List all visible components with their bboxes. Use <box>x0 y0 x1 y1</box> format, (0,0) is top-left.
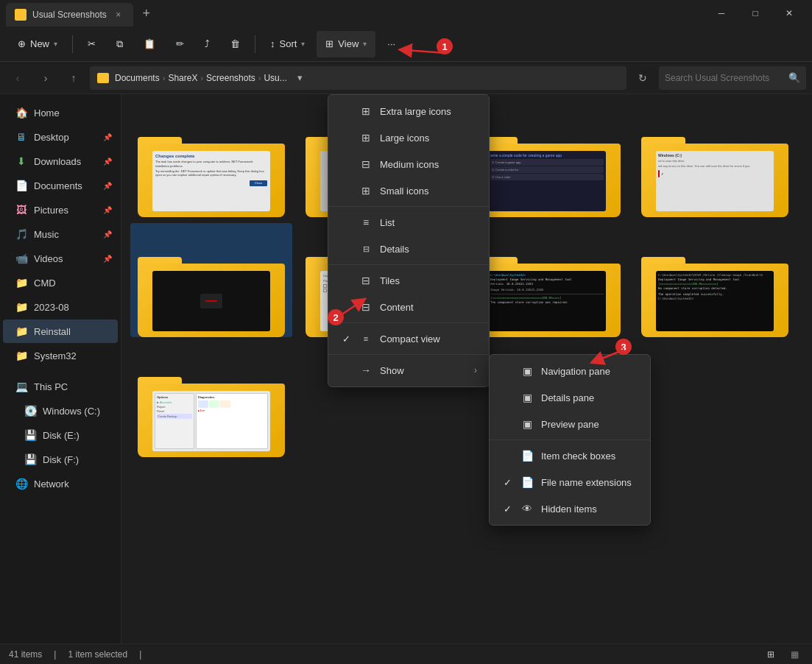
submenu-item-preview-pane[interactable]: ▣ Preview pane <box>490 411 650 437</box>
paste-button[interactable]: 📋 <box>135 31 164 57</box>
sidebar-item-2023-08[interactable]: 📁 2023-08 <box>3 295 118 319</box>
menu-label-details: Details <box>380 244 409 255</box>
sidebar-item-system32[interactable]: 📁 System32 <box>3 344 118 367</box>
folder-item-5[interactable] <box>130 223 292 337</box>
sidebar-label-windows-c: Windows (C:) <box>43 406 100 417</box>
show-submenu-arrow: › <box>474 365 477 375</box>
folder-item-4[interactable]: Windows (C:) ed to scan this drive ind a… <box>634 103 796 217</box>
breadcrumb-documents[interactable]: Documents <box>115 73 160 83</box>
navigation-pane-icon: ▣ <box>520 364 534 378</box>
sidebar-label-system32: System32 <box>34 350 77 361</box>
sidebar-item-videos[interactable]: 📹 Videos 📌 <box>3 247 118 270</box>
delete-button[interactable]: 🗑 <box>222 31 249 57</box>
folder-item-7[interactable]: C:\Windows\System32> Deployment Image Se… <box>466 223 628 337</box>
status-grid-view-button[interactable]: ⊞ <box>762 646 780 663</box>
more-button[interactable]: ··· <box>378 31 404 57</box>
menu-item-extra-large-icons[interactable]: ⊞ Extra large icons <box>328 98 489 124</box>
new-tab-button[interactable]: + <box>136 3 157 24</box>
sidebar-label-2023: 2023-08 <box>34 302 69 313</box>
breadcrumb-dropdown[interactable]: ▾ <box>290 66 311 90</box>
submenu-item-file-name-extensions[interactable]: ✓ 📄 File name extensions <box>490 469 650 495</box>
submenu-label-navigation-pane: Navigation pane <box>541 366 610 377</box>
submenu-item-details-pane[interactable]: ▣ Details pane <box>490 384 650 411</box>
sidebar-item-downloads[interactable]: ⬇ Downloads 📌 <box>3 149 118 173</box>
submenu-separator-1 <box>490 439 650 440</box>
badge-2: 2 <box>328 309 344 325</box>
sidebar-item-windows-c[interactable]: 💽 Windows (C:) <box>3 399 118 423</box>
music-icon: 🎵 <box>15 228 28 240</box>
addressbar: ‹ › ↑ Documents › ShareX › Screenshots ›… <box>0 62 812 94</box>
cut-button[interactable]: ✂ <box>79 31 105 57</box>
breadcrumb-usual[interactable]: Usu... <box>264 73 286 83</box>
refresh-button[interactable]: ↻ <box>631 66 654 90</box>
sidebar-item-thispc[interactable]: 💻 This PC <box>3 375 118 398</box>
sidebar-item-documents[interactable]: 📄 Documents 📌 <box>3 174 118 197</box>
sidebar-item-reinstall[interactable]: 📁 Reinstall <box>3 319 118 343</box>
sort-button[interactable]: ↕ Sort ▾ <box>261 31 314 57</box>
sidebar-label-pictures: Pictures <box>34 205 68 216</box>
titlebar: Usual Screenshots × + ─ □ ✕ <box>0 0 812 27</box>
sidebar-item-network[interactable]: 🌐 Network <box>3 472 118 495</box>
sidebar-item-cmd[interactable]: 📁 CMD <box>3 271 118 294</box>
new-button[interactable]: ⊕ New ▾ <box>9 31 66 57</box>
menu-item-small-icons[interactable]: ⊞ Small icons <box>328 177 489 204</box>
toolbar-separator-1 <box>72 35 73 53</box>
toolbar-separator-2 <box>255 35 255 53</box>
network-icon: 🌐 <box>15 478 28 490</box>
file-name-ext-icon: 📄 <box>520 476 534 489</box>
submenu-item-navigation-pane[interactable]: ▣ Navigation pane <box>490 358 650 384</box>
search-input[interactable] <box>665 73 784 83</box>
folder-item-9[interactable]: Options ▶ Accounts Repair Reset Create B… <box>130 343 292 457</box>
menu-label-small-icons: Small icons <box>380 186 428 197</box>
sidebar-item-home[interactable]: 🏠 Home <box>3 101 118 124</box>
sidebar-item-disk-f[interactable]: 💾 Disk (F:) <box>3 448 118 471</box>
menu-item-show[interactable]: → Show › ▣ Navigation pane ▣ Details pan… <box>328 357 489 384</box>
minimize-button[interactable]: ─ <box>705 1 738 25</box>
new-icon: ⊕ <box>18 38 26 49</box>
menu-item-content[interactable]: ⊟ Content <box>328 294 489 320</box>
menu-label-list: List <box>380 217 395 228</box>
sidebar-item-pictures[interactable]: 🖼 Pictures 📌 <box>3 198 118 222</box>
close-button[interactable]: ✕ <box>772 1 806 25</box>
folder-item-1[interactable]: Changes complete The task has made chang… <box>130 103 292 217</box>
menu-item-compact-view[interactable]: ✓ ≡ Compact view <box>328 325 489 352</box>
sidebar-label-documents: Documents <box>34 180 82 191</box>
view-dropdown-menu: ⊞ Extra large icons ⊞ Large icons ⊟ Medi… <box>328 94 490 387</box>
new-label: New <box>30 38 49 49</box>
share-button[interactable]: ⤴ <box>196 31 219 57</box>
up-button[interactable]: ↑ <box>62 66 85 90</box>
sidebar-item-desktop[interactable]: 🖥 Desktop 📌 <box>3 125 118 149</box>
forward-button[interactable]: › <box>34 66 57 90</box>
breadcrumb-sharex[interactable]: ShareX <box>168 73 197 83</box>
menu-item-list[interactable]: ≡ List <box>328 209 489 236</box>
extra-large-icons-icon: ⊞ <box>359 105 373 118</box>
breadcrumb[interactable]: Documents › ShareX › Screenshots › Usu..… <box>90 66 626 90</box>
sidebar-label-desktop: Desktop <box>34 132 69 143</box>
menu-item-medium-icons[interactable]: ⊟ Medium icons <box>328 151 489 177</box>
folder-item-8[interactable]: C:\Windows\System32\DISM /Online /Cleanu… <box>634 223 796 337</box>
breadcrumb-screenshots[interactable]: Screenshots <box>206 73 255 83</box>
submenu-item-item-checkboxes[interactable]: 📄 Item check boxes <box>490 442 650 469</box>
menu-item-large-icons[interactable]: ⊞ Large icons <box>328 124 489 151</box>
active-tab[interactable]: Usual Screenshots × <box>6 3 133 27</box>
rename-button[interactable]: ✏ <box>167 31 193 57</box>
back-button[interactable]: ‹ <box>6 66 29 90</box>
sidebar-item-disk-e[interactable]: 💾 Disk (E:) <box>3 423 118 447</box>
sort-icon: ↕ <box>270 38 275 49</box>
pin-icon: 📌 <box>103 133 112 141</box>
sidebar-item-music[interactable]: 🎵 Music 📌 <box>3 222 118 246</box>
menu-item-details[interactable]: ⊟ Details <box>328 236 489 262</box>
close-tab-button[interactable]: × <box>113 9 124 21</box>
maximize-button[interactable]: □ <box>738 1 772 25</box>
menu-item-tiles[interactable]: ⊟ Tiles <box>328 267 489 294</box>
submenu-item-hidden-items[interactable]: ✓ 👁 Hidden items <box>490 495 650 522</box>
details-icon: ⊟ <box>359 242 373 255</box>
2023-folder-icon: 📁 <box>15 301 28 313</box>
search-box[interactable]: 🔍 <box>659 66 806 90</box>
folder-item-3[interactable]: write a simple code for creating a game … <box>466 103 628 217</box>
status-details-view-button[interactable]: ▦ <box>785 646 803 663</box>
view-button[interactable]: ⊞ View ▾ <box>317 31 375 57</box>
copy-button[interactable]: ⧉ <box>107 31 132 57</box>
menu-label-tiles: Tiles <box>380 275 400 286</box>
tiles-icon: ⊟ <box>359 274 373 287</box>
